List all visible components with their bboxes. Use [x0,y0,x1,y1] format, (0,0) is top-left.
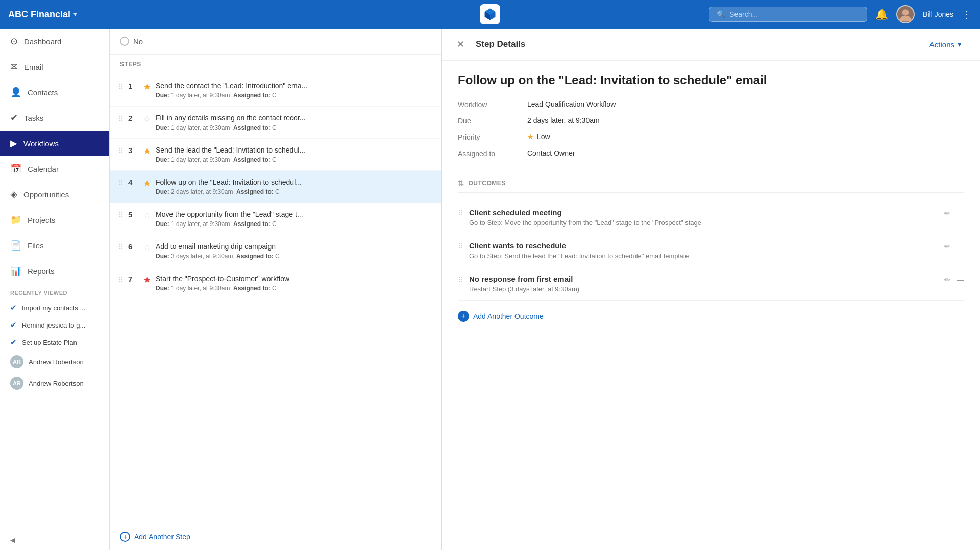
outcome-title: Client scheduled meeting [469,208,938,217]
drag-handle-icon[interactable]: ⠿ [458,274,463,284]
sidebar-collapse-button[interactable]: ◀ [0,530,109,550]
outcome-title: Client wants to reschedule [469,241,938,250]
step-number: 3 [128,146,138,155]
no-label-text: No [133,37,143,46]
check-icon: ✔ [10,320,17,330]
nav-item-opportunities[interactable]: ◈ Opportunities [0,182,109,207]
step-main-title: Follow up on the "Lead: Invitation to sc… [458,73,964,87]
outcome-actions: ✏ — [944,208,964,217]
outcome-title: No response from first email [469,274,938,283]
star-icon[interactable]: ☆ [143,114,151,124]
close-button[interactable]: ✕ [454,38,468,51]
nav-item-workflows[interactable]: ▶ Workflows [0,131,109,156]
outcome-item-no-response: ⠿ No response from first email Restart S… [458,267,964,301]
step-title: Add to email marketing drip campaign [156,242,401,251]
chevron-down-icon: ▾ [958,40,962,49]
add-outcome-button[interactable]: + Add Another Outcome [458,301,964,332]
nav-item-calendar[interactable]: 📅 Calendar [0,156,109,182]
content-area: No STEPS ⠿ 1 ★ Send the contact the "Lea… [110,29,980,550]
outcome-content: Client scheduled meeting Go to Step: Mov… [469,208,938,227]
nav-item-email[interactable]: ✉ Email [0,54,109,80]
brand-dropdown-icon[interactable]: ▾ [74,11,77,18]
star-icon[interactable]: ☆ [143,242,151,253]
step-content: Follow up on the "Lead: Invitation to sc… [156,178,433,195]
drag-handle-icon[interactable]: ⠿ [458,241,463,251]
step-row-1[interactable]: ⠿ 1 ★ Send the contact the "Lead: Introd… [110,74,441,107]
step-content: Add to email marketing drip campaign Due… [156,242,433,260]
step-row-3[interactable]: ⠿ 3 ★ Send the lead the "Lead: Invitatio… [110,139,441,171]
nav-item-reports[interactable]: 📊 Reports [0,258,109,284]
drag-handle-icon[interactable]: ⠿ [118,114,123,123]
outcomes-header: ⇅ OUTCOMES [458,174,964,193]
star-icon[interactable]: ★ [143,178,151,188]
outcome-actions: ✏ — [944,274,964,284]
priority-value: ★ Low [527,132,964,141]
user-name: Bill Jones [923,10,953,18]
add-step-button[interactable]: + Add Another Step [110,523,441,550]
recent-item-import-contacts[interactable]: ✔ Import my contacts ... [0,299,109,316]
brand-name[interactable]: ABC Financial ▾ [8,9,77,20]
tasks-icon: ✔ [10,112,18,123]
drag-handle-icon[interactable]: ⠿ [118,82,123,91]
drag-handle-icon[interactable]: ⠿ [118,178,123,187]
star-icon[interactable]: ☆ [143,210,151,220]
top-navigation: ABC Financial ▾ 🔍 🔔 Bill Jones ⋮ [0,0,980,29]
edit-outcome-button[interactable]: ✏ [944,209,950,217]
drag-handle-icon[interactable]: ⠿ [118,210,123,219]
step-number: 5 [128,210,138,219]
recent-item-remind-jessica[interactable]: ✔ Remind jessica to g... [0,316,109,334]
outcome-desc: Go to Step: Move the opportunity from th… [469,219,938,227]
outcome-desc: Restart Step (3 days later, at 9:30am) [469,285,938,293]
delete-outcome-button[interactable]: — [957,276,964,284]
step-title: Fill in any details missing on the conta… [156,114,401,122]
step-meta: Due: 1 day later, at 9:30am Assigned to:… [156,156,433,163]
step-row-4[interactable]: ⠿ 4 ★ Follow up on the "Lead: Invitation… [110,171,441,203]
actions-button[interactable]: Actions ▾ [923,37,968,52]
nav-item-projects[interactable]: 📁 Projects [0,207,109,233]
steps-section-title: STEPS [110,55,441,74]
files-icon: 📄 [10,240,21,251]
step-row-5[interactable]: ⠿ 5 ☆ Move the opportunity from the "Lea… [110,203,441,235]
recent-item-andrew1[interactable]: AR Andrew Robertson [0,351,109,372]
nav-item-dashboard[interactable]: ⊙ Dashboard [0,29,109,54]
nav-item-files[interactable]: 📄 Files [0,233,109,258]
drag-handle-icon[interactable]: ⠿ [118,146,123,155]
no-option[interactable]: No [120,37,143,46]
outcome-content: Client wants to reschedule Go to Step: S… [469,241,938,260]
contacts-icon: 👤 [10,87,21,98]
edit-outcome-button[interactable]: ✏ [944,242,950,251]
star-icon[interactable]: ★ [143,82,151,92]
search-icon: 🔍 [717,10,725,18]
due-value: 2 days later, at 9:30am [527,116,964,125]
search-input[interactable] [729,10,860,18]
user-avatar[interactable] [896,5,915,23]
recent-item-andrew2[interactable]: AR Andrew Robertson [0,372,109,394]
drag-handle-icon[interactable]: ⠿ [118,242,123,252]
step-details-body: Follow up on the "Lead: Invitation to sc… [442,61,980,550]
star-icon[interactable]: ★ [143,274,151,285]
bell-icon[interactable]: 🔔 [875,8,888,20]
nav-item-tasks[interactable]: ✔ Tasks [0,105,109,131]
drag-handle-icon[interactable]: ⠿ [118,274,123,284]
outcome-content: No response from first email Restart Ste… [469,274,938,293]
check-icon: ✔ [10,338,17,347]
drag-handle-icon[interactable]: ⠿ [458,208,463,217]
outcome-desc: Go to Step: Send the lead the "Lead: Inv… [469,252,938,260]
step-row-7[interactable]: ⠿ 7 ★ Start the "Prospect-to-Customer" w… [110,267,441,299]
dashboard-icon: ⊙ [10,36,18,47]
edit-outcome-button[interactable]: ✏ [944,276,950,284]
step-row-2[interactable]: ⠿ 2 ☆ Fill in any details missing on the… [110,107,441,139]
search-box[interactable]: 🔍 [709,7,867,22]
recent-item-estate-plan[interactable]: ✔ Set up Estate Plan [0,334,109,351]
step-meta: Due: 1 day later, at 9:30am Assigned to:… [156,220,433,228]
priority-label: Priority [458,132,519,141]
app-logo[interactable] [480,4,500,24]
step-row-6[interactable]: ⠿ 6 ☆ Add to email marketing drip campai… [110,235,441,267]
radio-button[interactable] [120,37,129,46]
star-icon[interactable]: ★ [143,146,151,156]
step-meta: Due: 2 days later, at 9:30am Assigned to… [156,188,433,195]
delete-outcome-button[interactable]: — [957,209,964,217]
delete-outcome-button[interactable]: — [957,242,964,251]
more-options-icon[interactable]: ⋮ [962,8,972,20]
nav-item-contacts[interactable]: 👤 Contacts [0,80,109,105]
